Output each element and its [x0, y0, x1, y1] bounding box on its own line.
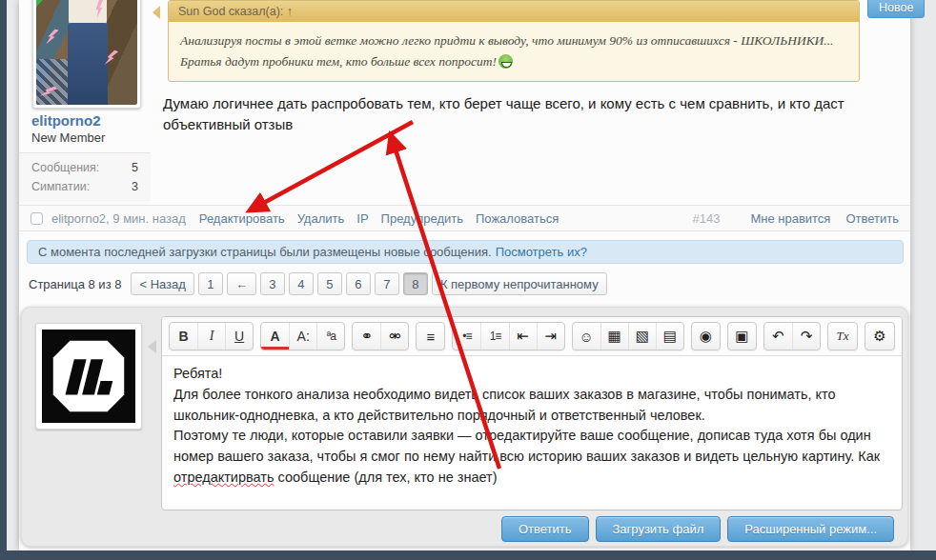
window-left-frame	[0, 0, 7, 560]
rich-text-editor: B I U A A: ªa ⚭ ⚮ ≡ •≡ 1≡	[161, 316, 903, 510]
insert-media-icon[interactable]: ▧	[628, 323, 656, 350]
author-stats: Сообщения: 5 Симпатии: 3	[19, 152, 151, 202]
new-posts-button[interactable]: Новое	[867, 0, 925, 18]
indent-icon[interactable]: ⇥	[537, 323, 564, 350]
reply-button[interactable]: Ответить	[501, 516, 589, 542]
remove-link-icon[interactable]: ⚮	[380, 323, 408, 350]
author-member-title: New Member	[31, 130, 105, 145]
stat-label: Сообщения:	[31, 161, 99, 174]
pink-bolt-sticker	[46, 28, 59, 47]
font-family-icon[interactable]: ªa	[316, 323, 344, 350]
insert-quote-icon[interactable]: ▤	[656, 323, 683, 350]
quote-line: Братья дадут пробники тем, кто больше вс…	[180, 51, 847, 72]
prev-page-button[interactable]: < Назад	[131, 272, 193, 295]
post-message-cell: Sun God сказал(а): ↑ Анализируя посты в …	[160, 0, 910, 135]
author-username-link[interactable]: elitporno2	[31, 112, 101, 129]
reply-line: Для более тонкого анализа необходимо вид…	[173, 385, 890, 427]
warn-link[interactable]: Предупредить	[381, 211, 463, 226]
like-link[interactable]: Мне нравится	[750, 211, 830, 226]
quote-line: Анализируя посты в этой ветке можно легк…	[180, 30, 847, 51]
page-skip-button[interactable]: ←	[227, 272, 256, 295]
alignment-icon[interactable]: ≡	[417, 323, 444, 350]
reply-text-area[interactable]: Ребята! Для более тонкого анализа необхо…	[162, 355, 902, 510]
page-button-6[interactable]: 6	[346, 272, 371, 295]
stat-row-likes: Симпатии: 3	[19, 177, 151, 196]
undo-icon[interactable]: ↶	[764, 323, 792, 350]
post-footer-bar: elitporno2, 9 мин. назад Редактировать У…	[19, 205, 910, 231]
insert-link-icon[interactable]: ⚭	[353, 323, 380, 350]
editor-toolbar: B I U A A: ªa ⚭ ⚮ ≡ •≡ 1≡	[162, 317, 902, 355]
bold-icon[interactable]: B	[170, 323, 197, 350]
save-draft-icon[interactable]: ▣	[728, 323, 756, 350]
stat-value: 5	[132, 161, 138, 174]
grin-emoji	[499, 54, 513, 69]
page-button-5[interactable]: 5	[317, 272, 342, 295]
current-user-avatar[interactable]	[35, 323, 142, 430]
post-body-text: Думаю логичнее дать распробовать тем, кт…	[163, 93, 902, 135]
upload-file-button[interactable]: Загрузить файл	[596, 516, 722, 542]
screenshot-icon[interactable]: ◉	[692, 323, 720, 350]
post-number[interactable]: #143	[692, 211, 720, 226]
edit-post-link[interactable]: Редактировать	[199, 211, 285, 226]
quote-attribution[interactable]: Sun God сказал(а): ↑	[169, 1, 859, 22]
author-avatar-photo	[36, 0, 137, 105]
smilies-icon[interactable]: ☺	[573, 323, 600, 350]
reply-link[interactable]: Ответить	[845, 211, 899, 226]
view-new-messages-link[interactable]: Посмотреть их?	[496, 245, 587, 259]
message-bubble-arrow	[153, 6, 160, 19]
select-post-checkbox[interactable]	[31, 212, 43, 225]
quote-block: Sun God сказал(а): ↑ Анализируя посты в …	[168, 0, 860, 82]
author-avatar[interactable]	[32, 0, 141, 109]
bullet-list-icon[interactable]: •≡	[453, 323, 480, 350]
reply-line: Поэтому те люди, которые оставили заявки…	[173, 426, 890, 488]
italic-icon[interactable]: I	[197, 323, 225, 350]
editor-bubble-arrow	[148, 340, 156, 353]
quick-reply-panel: B I U A A: ªa ⚭ ⚮ ≡ •≡ 1≡	[21, 307, 908, 547]
online-status-marker	[36, 0, 51, 7]
delete-post-link[interactable]: Удалить	[297, 211, 345, 226]
page-button-7[interactable]: 7	[375, 272, 399, 295]
advanced-mode-button[interactable]: Расширенный режим...	[727, 516, 894, 542]
quote-body: Анализируя посты в этой ветке можно легк…	[169, 22, 859, 81]
page-button-4[interactable]: 4	[289, 272, 314, 295]
window-bottom-frame	[0, 550, 936, 560]
page-button-1[interactable]: 1	[198, 272, 223, 295]
redo-icon[interactable]: ↷	[792, 323, 820, 350]
pagination-bar: Страница 8 из 8 < Назад 1 ← 3 4 5 6 7 8 …	[29, 272, 611, 295]
reply-line: Ребята!	[173, 364, 890, 385]
report-link[interactable]: Пожаловаться	[476, 211, 559, 226]
text-color-icon[interactable]: A	[261, 323, 289, 350]
stat-row-messages: Сообщения: 5	[19, 158, 151, 177]
outdent-icon[interactable]: ⇤	[509, 323, 537, 350]
editor-action-buttons: Ответить Загрузить файл Расширенный режи…	[501, 516, 894, 542]
stat-label: Симпатии:	[31, 180, 90, 193]
insert-image-icon[interactable]: ▦	[600, 323, 628, 350]
page-indicator: Страница 8 из 8	[29, 277, 121, 291]
ip-link[interactable]: IP	[356, 211, 368, 226]
bbcode-editor-icon[interactable]: ⚙	[865, 323, 894, 350]
forum-page: elitporno2 New Member Сообщения: 5 Симпа…	[19, 0, 910, 550]
underline-icon[interactable]: U	[225, 323, 253, 350]
font-size-icon[interactable]: A:	[289, 323, 316, 350]
numbered-list-icon[interactable]: 1≡	[480, 323, 508, 350]
post-footer-right: #143 Мне нравится Ответить	[692, 211, 899, 226]
post-author-and-time[interactable]: elitporno2, 9 мин. назад	[51, 211, 186, 226]
remove-formatting-icon[interactable]: Tx	[828, 323, 857, 350]
page-button-3[interactable]: 3	[260, 272, 285, 295]
new-messages-notice: С момента последней загрузки страницы бы…	[27, 240, 904, 264]
misspelled-word: отредактирвать	[173, 470, 275, 485]
notice-text: С момента последней загрузки страницы бы…	[38, 245, 492, 259]
pl-logo-avatar	[42, 330, 135, 423]
stat-value: 3	[132, 180, 138, 193]
first-unread-button[interactable]: К первому непрочитанному	[432, 272, 607, 295]
page-button-8-current[interactable]: 8	[403, 272, 428, 295]
